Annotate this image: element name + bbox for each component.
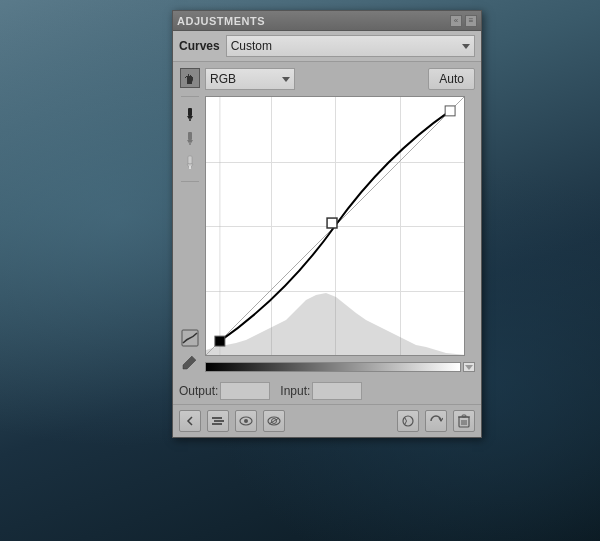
back-button[interactable] (179, 410, 201, 432)
svg-rect-13 (212, 423, 222, 425)
input-value-field[interactable] (312, 382, 362, 400)
panel-controls: « ≡ (450, 15, 477, 27)
curve-svg (206, 97, 464, 355)
svg-rect-9 (215, 336, 225, 346)
tool-separator-1 (181, 96, 199, 97)
svg-rect-0 (188, 108, 192, 116)
footer-right-buttons (397, 410, 475, 432)
adjustments-panel: ADJUSTMENTS « ≡ Curves Custom (172, 10, 482, 438)
refresh-button[interactable] (425, 410, 447, 432)
clip-left-button[interactable] (397, 410, 419, 432)
panel-title: ADJUSTMENTS (177, 15, 265, 27)
channel-value: RGB (210, 72, 236, 86)
menu-button[interactable]: ≡ (465, 15, 477, 27)
channel-dropdown-arrow (282, 77, 290, 82)
svg-rect-3 (189, 142, 191, 145)
eye-open-button[interactable] (263, 410, 285, 432)
preset-dropdown[interactable]: Custom (226, 35, 475, 57)
titlebar-left: ADJUSTMENTS (177, 15, 265, 27)
visibility-button[interactable] (235, 410, 257, 432)
layer-button[interactable] (207, 410, 229, 432)
svg-rect-10 (445, 106, 455, 116)
auto-button[interactable]: Auto (428, 68, 475, 90)
svg-rect-2 (188, 132, 192, 140)
svg-rect-11 (212, 417, 222, 419)
curve-control-point (327, 218, 337, 228)
output-gradient (205, 362, 461, 372)
output-field-group: Output: (179, 382, 270, 400)
curves-main-area: RGB Auto (205, 68, 475, 372)
svg-point-15 (244, 419, 248, 423)
curves-label: Curves (179, 39, 220, 53)
left-toolbar (179, 68, 201, 372)
svg-point-19 (403, 416, 413, 426)
trash-button[interactable] (453, 410, 475, 432)
black-point-eyedropper[interactable] (180, 105, 200, 125)
panel-body: RGB Auto (173, 62, 481, 378)
output-input-row: Output: Input: (173, 378, 481, 404)
output-label: Output: (179, 384, 218, 398)
svg-rect-1 (189, 118, 191, 121)
curves-display-tool[interactable] (180, 328, 200, 348)
input-field-group: Input: (280, 382, 362, 400)
svg-rect-12 (214, 420, 224, 422)
panel-footer (173, 404, 481, 437)
curves-header: Curves Custom (173, 31, 481, 62)
preset-value: Custom (231, 39, 272, 53)
curves-graph[interactable] (205, 96, 465, 356)
svg-rect-4 (188, 156, 192, 164)
svg-rect-5 (189, 166, 191, 169)
channel-dropdown[interactable]: RGB (205, 68, 295, 90)
output-value-field[interactable] (220, 382, 270, 400)
gradient-arrow (465, 365, 473, 370)
tool-separator-2 (181, 181, 199, 182)
preset-dropdown-arrow (462, 44, 470, 49)
collapse-button[interactable]: « (450, 15, 462, 27)
finger-tool[interactable] (180, 68, 200, 88)
footer-left-buttons (179, 410, 285, 432)
panel-titlebar: ADJUSTMENTS « ≡ (173, 11, 481, 31)
gradient-right-indicator (463, 362, 475, 372)
svg-rect-22 (462, 415, 466, 417)
gradient-row (205, 362, 475, 372)
top-controls: RGB Auto (205, 68, 475, 90)
white-point-eyedropper[interactable] (180, 153, 200, 173)
pencil-tool[interactable] (180, 352, 200, 372)
gray-point-eyedropper[interactable] (180, 129, 200, 149)
input-label: Input: (280, 384, 310, 398)
